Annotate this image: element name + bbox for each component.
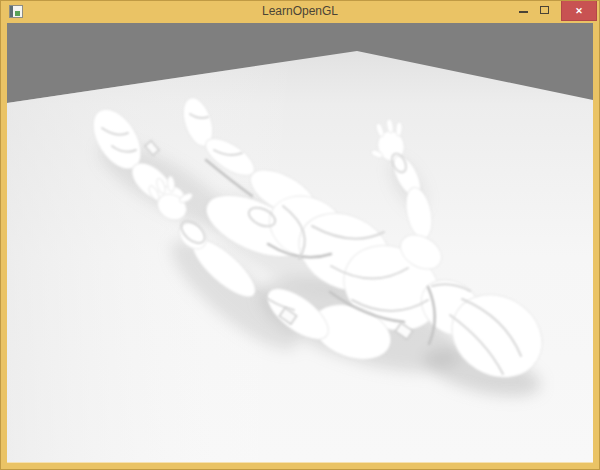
- app-window: LearnOpenGL ✕: [0, 0, 600, 470]
- minimize-icon: [519, 11, 528, 13]
- maximize-icon: [540, 6, 549, 14]
- minimize-button[interactable]: [513, 0, 534, 22]
- opengl-viewport[interactable]: [7, 23, 593, 462]
- ssao-scene: [7, 23, 593, 462]
- close-icon: ✕: [575, 6, 583, 16]
- window-controls: ✕: [513, 0, 597, 23]
- titlebar[interactable]: LearnOpenGL ✕: [0, 0, 600, 23]
- maximize-button[interactable]: [534, 0, 555, 22]
- window-title: LearnOpenGL: [0, 0, 600, 23]
- close-button[interactable]: ✕: [561, 1, 597, 21]
